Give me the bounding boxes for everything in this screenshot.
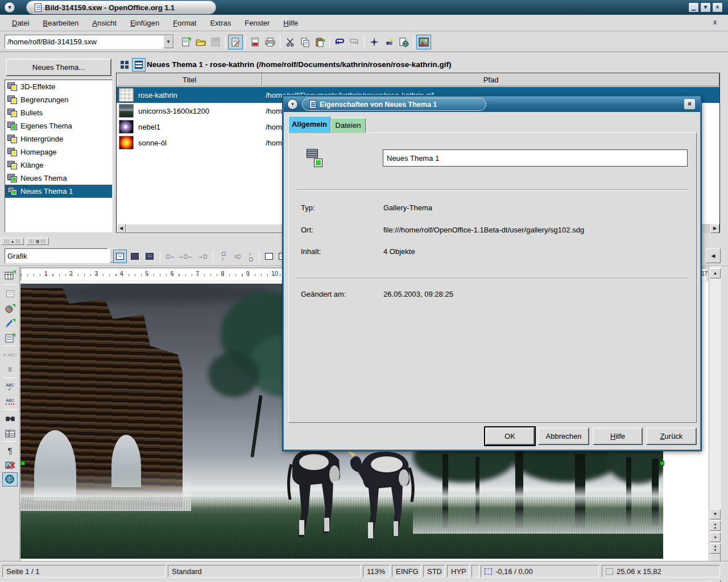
align-middle-button[interactable]: ↕◻: [230, 250, 244, 263]
theme-item-eigenes-thema[interactable]: Eigenes Thema: [5, 119, 112, 132]
align-middle-icon: ↕◻: [234, 253, 241, 259]
spellcheck-button[interactable]: ABC✓: [2, 380, 18, 394]
url-dropdown-icon[interactable]: ▼: [163, 35, 173, 48]
menu-einfuegen[interactable]: Einfügen: [124, 16, 166, 30]
insert-object-button[interactable]: [2, 268, 18, 282]
gallery-hide-grip[interactable]: ▲: [1, 238, 24, 245]
gallery-button[interactable]: [416, 35, 431, 49]
tab-dateien[interactable]: Dateien: [330, 118, 366, 133]
insert-frame-button[interactable]: [2, 286, 18, 301]
menu-datei[interactable]: Datei: [6, 16, 35, 30]
vertical-scrollbar[interactable]: ▲ ▼ ▲▲ ● ▼▼: [709, 266, 721, 562]
graphics-onoff-button[interactable]: [2, 458, 18, 472]
menu-ansicht[interactable]: Ansicht: [86, 16, 123, 30]
style-input[interactable]: [5, 249, 110, 263]
column-header-pfad[interactable]: Pfad: [262, 73, 719, 86]
undo-button[interactable]: [332, 35, 347, 49]
abbrechen-button[interactable]: Abbrechen: [538, 427, 589, 445]
previous-page-icon[interactable]: ▲▲: [710, 521, 721, 531]
wrap-through-button[interactable]: [143, 250, 156, 263]
scroll-up-icon[interactable]: ▲: [710, 268, 721, 278]
hilfe-button[interactable]: Hilfe: [593, 427, 643, 445]
theme-item-neues-thema-1[interactable]: Neues Thema 1: [5, 185, 112, 198]
stylist-button[interactable]: [382, 35, 396, 49]
menu-hilfe[interactable]: Hilfe: [277, 16, 304, 30]
edit-file-button[interactable]: [228, 35, 243, 49]
url-input[interactable]: [5, 35, 163, 48]
icon-view-button[interactable]: [118, 58, 131, 72]
print-button[interactable]: [263, 35, 278, 49]
find-replace-button[interactable]: [2, 411, 18, 426]
next-page-icon[interactable]: ▼▼: [710, 543, 721, 554]
selection-handle-right[interactable]: [660, 461, 664, 465]
menu-bearbeiten[interactable]: Bearbeiten: [36, 16, 85, 30]
ok-button[interactable]: OK: [485, 427, 535, 445]
gallery-pin-grip[interactable]: [26, 238, 49, 245]
theme-name-input[interactable]: [383, 149, 688, 167]
theme-item-begrenzungen[interactable]: Begrenzungen: [5, 93, 112, 106]
autotext-button[interactable]: A·ABC: [2, 348, 18, 362]
theme-item-hintergruende[interactable]: Hintergründe: [5, 132, 112, 146]
status-selection-mode[interactable]: STD: [423, 565, 445, 577]
navigation-dot-icon[interactable]: ●: [710, 532, 721, 542]
auto-spellcheck-button[interactable]: ABC: [2, 394, 18, 409]
menu-format[interactable]: Format: [167, 16, 202, 30]
copy-button[interactable]: [297, 35, 312, 49]
data-sources-button[interactable]: [2, 426, 18, 440]
new-theme-button[interactable]: Neues Thema...: [6, 59, 111, 76]
insert-form-button[interactable]: [2, 331, 18, 345]
align-top-button[interactable]: ◻↑: [217, 250, 230, 263]
dialog-shade-icon[interactable]: ▼: [287, 99, 298, 110]
close-document-icon[interactable]: x: [710, 17, 720, 27]
align-right-button[interactable]: →◻: [196, 250, 209, 263]
theme-item-neues-thema[interactable]: Neues Thema: [5, 172, 112, 185]
nonprinting-characters-button[interactable]: ¶: [2, 443, 18, 458]
selection-handle-left[interactable]: [20, 461, 25, 465]
paste-button[interactable]: [312, 35, 327, 49]
theme-item-3d-effekte[interactable]: 3D-Effekte: [5, 80, 112, 93]
minimize-button[interactable]: ▁: [688, 2, 699, 13]
close-button[interactable]: ×: [712, 2, 723, 13]
theme-item-bullets[interactable]: Bullets: [5, 106, 112, 119]
scroll-down-icon[interactable]: ▼: [710, 509, 721, 519]
draw-functions-button[interactable]: [2, 316, 18, 330]
export-pdf-button[interactable]: [248, 35, 263, 49]
align-center-icon: →◻←: [178, 253, 192, 259]
maximize-button[interactable]: ▼: [700, 2, 711, 13]
status-insert-mode[interactable]: EINFG: [392, 565, 421, 577]
align-bottom-button[interactable]: ↓◻: [244, 250, 258, 263]
wrap-off-button[interactable]: [113, 250, 127, 263]
status-hyperlink-mode[interactable]: HYP: [447, 565, 469, 577]
scroll-left-icon[interactable]: ◀: [117, 224, 126, 233]
window-menu-icon[interactable]: ▼: [4, 2, 15, 13]
wrap-page-button[interactable]: [128, 250, 142, 263]
theme-item-klaenge[interactable]: Klänge: [5, 159, 112, 172]
window-titlebar[interactable]: ▼ Bild-314159.sxw - OpenOffice.org 1.1 ▁…: [0, 0, 728, 15]
hyperlink-button[interactable]: [396, 35, 411, 49]
align-left-button[interactable]: ◻←: [164, 250, 177, 263]
redo-button[interactable]: [347, 35, 362, 49]
navigator-button[interactable]: [367, 35, 382, 49]
dialog-titlebar[interactable]: ▼ Eigenschaften von Neues Thema 1 ×: [284, 97, 700, 112]
insert-graphics-button[interactable]: [2, 301, 18, 315]
zurueck-button[interactable]: Zurück: [646, 427, 697, 445]
direct-cursor-button[interactable]: Ⅱ: [2, 363, 18, 377]
online-layout-button[interactable]: [2, 472, 18, 487]
status-page-style[interactable]: Standard: [168, 565, 361, 577]
tab-allgemein[interactable]: Allgemein: [288, 116, 330, 133]
scroll-right-icon[interactable]: ▶: [710, 224, 719, 233]
menu-extras[interactable]: Extras: [204, 16, 237, 30]
theme-item-homepage[interactable]: Homepage: [5, 146, 112, 159]
open-button[interactable]: [193, 35, 208, 49]
new-document-button[interactable]: [179, 35, 193, 49]
align-center-button[interactable]: →◻←: [179, 250, 192, 263]
column-header-titel[interactable]: Titel: [117, 73, 262, 86]
hide-panel-arrow-button[interactable]: ◀: [706, 248, 721, 263]
borders-button[interactable]: [262, 250, 276, 263]
dialog-close-icon[interactable]: ×: [684, 98, 696, 110]
status-zoom[interactable]: 113%: [363, 565, 390, 577]
cut-button[interactable]: [283, 35, 297, 49]
detail-view-button[interactable]: [132, 58, 146, 72]
menu-fenster[interactable]: Fenster: [238, 16, 276, 30]
save-button[interactable]: [208, 35, 223, 49]
